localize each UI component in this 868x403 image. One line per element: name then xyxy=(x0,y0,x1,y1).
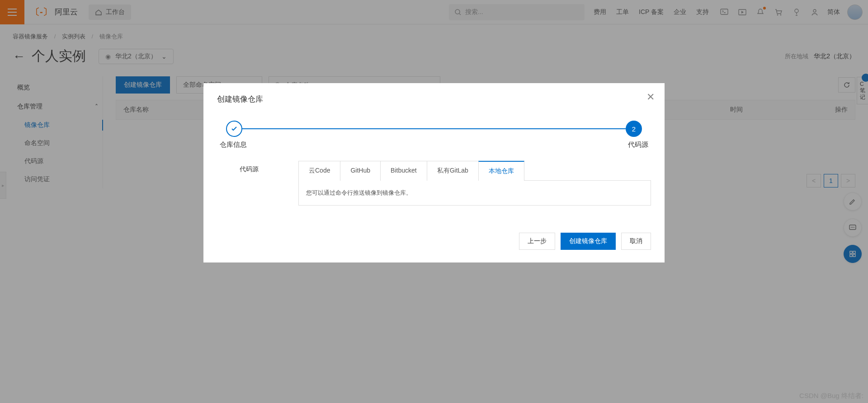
tab-github[interactable]: GitHub xyxy=(340,161,381,181)
step-1-label: 仓库信息 xyxy=(220,141,247,149)
modal-close-button[interactable]: ✕ xyxy=(646,91,655,103)
tab-bitbucket[interactable]: Bitbucket xyxy=(380,161,427,181)
form-row-source: 代码源 云Code GitHub Bitbucket 私有GitLab 本地仓库… xyxy=(217,161,651,206)
tab-local-repo[interactable]: 本地仓库 xyxy=(478,161,524,181)
step-connector xyxy=(242,128,626,129)
watermark: CSDN @Bug 终结者: xyxy=(799,392,863,400)
modal-footer: 上一步 创建镜像仓库 取消 xyxy=(217,233,651,250)
cancel-button[interactable]: 取消 xyxy=(621,233,651,250)
create-repo-modal: ✕ 创建镜像仓库 2 仓库信息 代码源 代码源 云Code GitHub Bit… xyxy=(203,83,665,262)
tab-cloud-code[interactable]: 云Code xyxy=(298,161,340,181)
form-label-source: 代码源 xyxy=(217,161,298,206)
tab-private-gitlab[interactable]: 私有GitLab xyxy=(427,161,479,181)
source-tabs: 云Code GitHub Bitbucket 私有GitLab 本地仓库 xyxy=(298,161,651,181)
step-1-circle xyxy=(226,121,242,137)
create-repo-submit-button[interactable]: 创建镜像仓库 xyxy=(561,233,616,250)
modal-overlay: ✕ 创建镜像仓库 2 仓库信息 代码源 代码源 云Code GitHub Bit… xyxy=(0,0,868,403)
modal-title: 创建镜像仓库 xyxy=(217,94,651,104)
prev-step-button[interactable]: 上一步 xyxy=(519,233,555,250)
step-2-label: 代码源 xyxy=(628,141,648,149)
check-icon xyxy=(231,125,238,132)
step-2-circle: 2 xyxy=(626,121,642,137)
step-labels: 仓库信息 代码源 xyxy=(217,141,651,149)
tab-content: 您可以通过命令行推送镜像到镜像仓库。 xyxy=(298,181,651,206)
step-indicator: 2 xyxy=(217,121,651,137)
